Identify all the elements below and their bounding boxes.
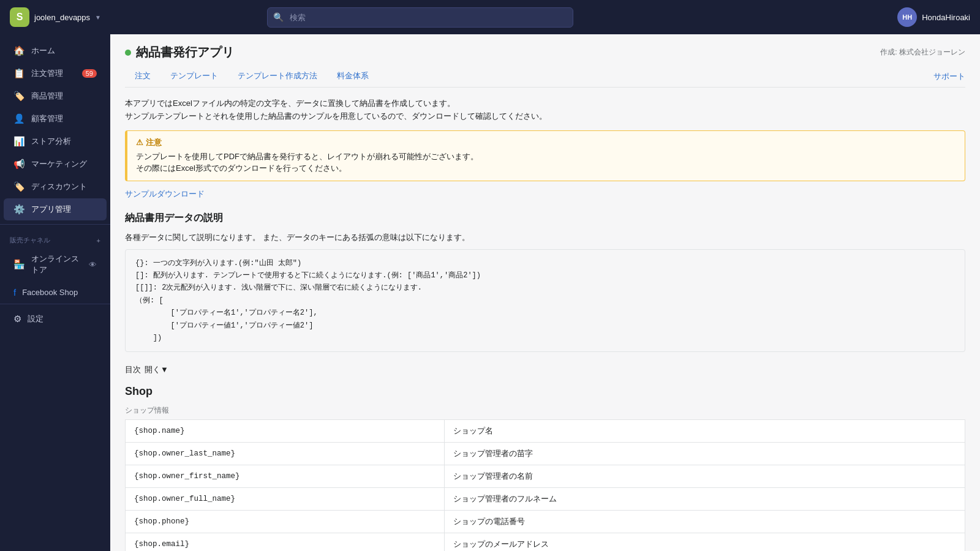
sidebar-item-label: Facebook Shop (22, 288, 78, 297)
table-row: {shop.owner_last_name}ショップ管理者の苗字 (126, 443, 965, 465)
search-icon: 🔍 (273, 12, 284, 22)
table-key: {shop.owner_full_name} (126, 488, 445, 511)
sidebar-item-label: 顧客管理 (31, 113, 63, 124)
table-row: {shop.owner_full_name}ショップ管理者のフルネーム (126, 488, 965, 511)
table-desc: ショップ管理者のフルネーム (444, 488, 965, 511)
table-row: {shop.name}ショップ名 (126, 420, 965, 443)
tab-template[interactable]: テンプレート (160, 66, 228, 88)
sidebar-item-marketing[interactable]: 📢 マーケティング (4, 153, 107, 175)
table-key: {shop.phone} (126, 511, 445, 533)
warning-line2: その際にはExcel形式でのダウンロードを行ってください。 (136, 162, 956, 174)
sidebar-item-label: ストア分析 (31, 136, 71, 147)
tab-template-create[interactable]: テンプレート作成方法 (228, 66, 327, 88)
sample-download-link[interactable]: サンプルダウンロード (125, 189, 205, 200)
sidebar-item-label: 商品管理 (31, 91, 63, 102)
description-line1: 本アプリではExcelファイル内の特定の文字を、データに置換して納品書を作成して… (125, 97, 965, 110)
warning-title: ⚠ 注意 (136, 137, 956, 148)
table-desc: ショップ名 (444, 420, 965, 443)
add-channel-icon[interactable]: + (97, 237, 100, 244)
sidebar-item-settings[interactable]: ⚙ 設定 (4, 308, 107, 330)
description-line2: サンプルテンプレートとそれを使用した納品書のサンプルを用意しているので、ダウンロ… (125, 110, 965, 123)
sidebar-item-discount[interactable]: 🏷️ ディスカウント (4, 176, 107, 198)
sidebar-item-label: マーケティング (31, 159, 87, 170)
toc-label: 目次 (125, 364, 141, 375)
table-key: {shop.owner_last_name} (126, 443, 445, 465)
brand-name: joolen_devapps (34, 13, 90, 22)
sidebar: 🏠 ホーム 📋 注文管理 59 🏷️ 商品管理 👤 顧客管理 📊 ストア分析 📢… (0, 34, 110, 551)
apps-icon: ⚙️ (13, 204, 25, 215)
shop-data-table: {shop.name}ショップ名{shop.owner_last_name}ショ… (125, 419, 965, 551)
settings-icon: ⚙ (13, 313, 21, 324)
marketing-icon: 📢 (13, 159, 25, 170)
analytics-icon: 📊 (13, 136, 25, 147)
table-key: {shop.name} (126, 420, 445, 443)
table-desc: ショップの電話番号 (444, 511, 965, 533)
tabs-bar: 注文 テンプレート テンプレート作成方法 料金体系 サポート (125, 66, 965, 88)
sidebar-item-label: ホーム (31, 45, 55, 56)
app-header: 納品書発行アプリ 作成: 株式会社ジョーレン (125, 44, 965, 61)
avatar: HH (897, 7, 917, 27)
app-title: 納品書発行アプリ (136, 44, 234, 61)
table-row: {shop.email}ショップのメールアドレス (126, 533, 965, 551)
sidebar-item-facebook-shop[interactable]: f Facebook Shop (4, 282, 107, 303)
warning-box: ⚠ 注意 テンプレートを使用してPDFで納品書を発行すると、レイアウトが崩れる可… (125, 130, 965, 181)
toc-toggle[interactable]: 開く▼ (145, 364, 168, 375)
sidebar-item-label: 注文管理 (31, 68, 63, 79)
table-desc: ショップ管理者の苗字 (444, 443, 965, 465)
sidebar-item-label: 設定 (28, 313, 43, 324)
warning-line1: テンプレートを使用してPDFで納品書を発行すると、レイアウトが崩れる可能性がござ… (136, 151, 956, 163)
sidebar-item-orders[interactable]: 📋 注文管理 59 (4, 62, 107, 84)
table-row: {shop.owner_first_name}ショップ管理者の名前 (126, 465, 965, 488)
table-desc: ショップ管理者の名前 (444, 465, 965, 488)
app-author: 作成: 株式会社ジョーレン (880, 47, 965, 58)
brand-chevron-icon: ▼ (95, 14, 101, 21)
sidebar-item-analytics[interactable]: 📊 ストア分析 (4, 130, 107, 152)
search-bar: 🔍 (267, 7, 573, 28)
tab-pricing[interactable]: 料金体系 (327, 66, 379, 88)
sidebar-item-apps[interactable]: ⚙️ アプリ管理 (4, 198, 107, 220)
sidebar-item-label: オンラインストア (31, 253, 83, 276)
user-menu[interactable]: HH HondaHiroaki (897, 7, 970, 27)
code-block: {}: 一つの文字列が入ります.(例:"山田 太郎") []: 配列が入ります.… (125, 249, 965, 353)
shop-section-title: Shop (125, 385, 965, 398)
shop-info-label: ショップ情報 (125, 405, 965, 416)
shopify-logo-icon: S (10, 7, 29, 27)
sidebar-item-label: アプリ管理 (31, 204, 71, 215)
tab-order[interactable]: 注文 (125, 66, 160, 88)
orders-badge: 59 (82, 69, 97, 78)
data-section-desc: 各種データに関して説明になります。 また、データのキーにある括弧の意味は以下にな… (125, 232, 965, 243)
sidebar-item-home[interactable]: 🏠 ホーム (4, 40, 107, 62)
table-desc: ショップのメールアドレス (444, 533, 965, 551)
discount-icon: 🏷️ (13, 181, 25, 192)
sales-channel-section: 販売チャネル + (0, 228, 110, 247)
sidebar-item-customers[interactable]: 👤 顧客管理 (4, 108, 107, 130)
data-section-title: 納品書用データの説明 (125, 212, 965, 225)
sidebar-item-label: ディスカウント (31, 181, 87, 192)
sidebar-item-products[interactable]: 🏷️ 商品管理 (4, 85, 107, 107)
home-icon: 🏠 (13, 45, 25, 56)
sidebar-item-online-store[interactable]: 🏪 オンラインストア 👁 (4, 248, 107, 281)
support-link[interactable]: サポート (933, 66, 965, 87)
topnav: S joolen_devapps ▼ 🔍 HH HondaHiroaki (0, 0, 980, 34)
facebook-icon: f (13, 287, 16, 298)
toc-bar: 目次 開く▼ (125, 364, 965, 375)
brand-button[interactable]: S joolen_devapps ▼ (10, 7, 101, 27)
user-name: HondaHiroaki (922, 13, 970, 22)
table-key: {shop.owner_first_name} (126, 465, 445, 488)
online-store-settings-icon[interactable]: 👁 (89, 260, 97, 269)
table-row: {shop.phone}ショップの電話番号 (126, 511, 965, 533)
main-content: 納品書発行アプリ 作成: 株式会社ジョーレン 注文 テンプレート テンプレート作… (110, 34, 980, 551)
status-dot (125, 50, 131, 56)
table-key: {shop.email} (126, 533, 445, 551)
app-description: 本アプリではExcelファイル内の特定の文字を、データに置換して納品書を作成して… (125, 97, 965, 123)
products-icon: 🏷️ (13, 91, 25, 102)
online-store-icon: 🏪 (13, 259, 25, 270)
sales-channel-label: 販売チャネル (10, 236, 50, 245)
search-input[interactable] (267, 7, 573, 28)
customers-icon: 👤 (13, 113, 25, 124)
orders-icon: 📋 (13, 68, 25, 79)
